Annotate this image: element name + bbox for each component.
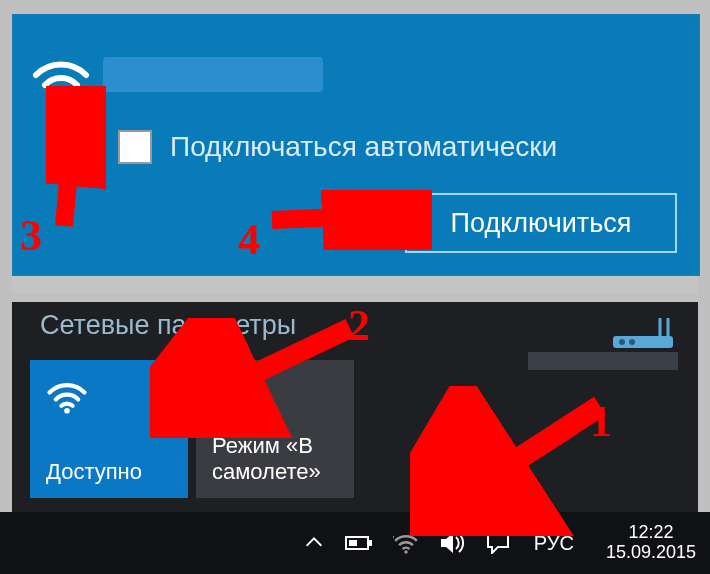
tray-overflow-icon[interactable] [298,527,330,559]
connect-button-label: Подключиться [451,208,632,239]
clock-date: 15.09.2015 [606,543,696,563]
arrow-annotation-3 [46,86,106,236]
arrow-annotation-1 [410,386,630,536]
auto-connect-checkbox[interactable] [118,130,152,164]
tile-wifi-label: Доступно [46,459,142,484]
tile-airplane-label: Режим «В самолете» [212,433,354,484]
connect-button[interactable]: Подключиться [405,193,677,253]
panel-divider [12,276,698,294]
svg-rect-9 [349,540,357,546]
arrow-annotation-2 [150,318,370,438]
auto-connect-label: Подключаться автоматически [170,131,557,163]
svg-point-11 [404,550,407,553]
svg-point-3 [619,339,625,345]
network-ssid-blurred [103,57,323,92]
svg-text:*: * [393,532,394,543]
router-label-blurred [528,352,678,370]
svg-point-4 [629,339,635,345]
arrow-annotation-4 [262,190,432,250]
svg-rect-8 [369,540,372,546]
svg-point-1 [64,408,70,414]
annotation-number-3: 3 [20,210,42,261]
annotation-number-4: 4 [238,214,260,265]
battery-icon[interactable] [344,527,376,559]
router-icon [608,314,678,354]
auto-connect-row[interactable]: Подключаться автоматически [118,130,557,164]
